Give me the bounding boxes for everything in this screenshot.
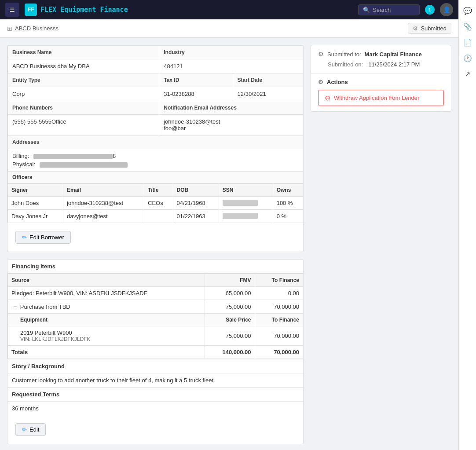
edit-button[interactable]: ✏ Edit: [15, 423, 46, 436]
top-nav: ☰ FF FLEX Equipment Finance 🔍 Search 1 👤: [0, 0, 458, 19]
history-icon: 🕐: [463, 54, 472, 62]
pencil-icon2: ✏: [22, 426, 27, 433]
story-section: Story / Background Customer looking to a…: [7, 359, 303, 387]
officer1-dob: 04/21/1968: [173, 197, 219, 210]
equipment-name: 2019 Peterbilt W900 VIN: LKLKJDFLKJDFKJL…: [8, 326, 205, 346]
col-tofinance: To Finance: [255, 274, 303, 287]
email2: foo@bar: [164, 125, 298, 132]
financing-card: Financing Items Source FMV To Finance: [7, 259, 304, 444]
col-fmv: FMV: [205, 274, 255, 287]
submitted-on-value: 11/25/2024 2:17 PM: [368, 61, 420, 68]
officers-table: Signer Email Title DOB SSN Owns John Doe…: [7, 183, 303, 223]
submitted-info: ⚙ Submitted to: Mark Capital Finance Sub…: [311, 45, 451, 73]
entity-type-label: Entity Type: [8, 73, 159, 87]
chat-icon-button[interactable]: 💬: [461, 4, 475, 18]
sub-col-equipment: Equipment: [8, 314, 205, 326]
edit-borrower-section: ✏ Edit Borrower: [7, 223, 303, 252]
col-title: Title: [144, 184, 173, 197]
officer1-owns: 100 %: [273, 197, 303, 210]
officer2-owns: 0 %: [273, 210, 303, 223]
officer1-email: johndoe-310238@test: [63, 197, 144, 210]
submitted-on-label: Submitted on:: [328, 61, 363, 68]
total-to-finance: 70,000.00: [255, 346, 303, 359]
email-values: johndoe-310238@test foo@bar: [159, 115, 303, 135]
financing-section-header: Financing Items: [7, 260, 303, 274]
start-date-label: Start Date: [233, 73, 303, 87]
file-icon-button[interactable]: 📄: [461, 35, 475, 49]
equipment-to-finance: 70,000.00: [255, 326, 303, 346]
col-ssn: SSN: [219, 184, 273, 197]
sub-row-equipment: 2019 Peterbilt W900 VIN: LKLKJDFLKJDFKJL…: [8, 326, 303, 346]
physical-address: [40, 161, 128, 168]
pencil-icon: ✏: [22, 234, 27, 241]
address-values: Billing: 8 Physical:: [8, 149, 303, 172]
totals-row: Totals 140,000.00 70,000.00: [8, 346, 303, 359]
brand-name: FLEX Equipment Finance: [40, 6, 128, 14]
status-label: Submitted: [421, 25, 447, 32]
file-icon: 📄: [463, 38, 472, 47]
financing-row-2: − Purchase from TBD 75,000.00 70,000.00: [8, 300, 303, 314]
col-source: Source: [8, 274, 205, 287]
officer2-dob: 01/22/1963: [173, 210, 219, 223]
officer1-title: CEOs: [144, 197, 173, 210]
requested-terms-section: Requested Terms 36 months: [7, 387, 303, 415]
billing-label: Billing:: [12, 153, 29, 159]
collapse-row-button[interactable]: −: [11, 303, 18, 310]
notification-badge[interactable]: 1: [425, 5, 435, 15]
billing-address: 8: [33, 153, 116, 159]
col-dob: DOB: [173, 184, 219, 197]
status-badge: ⚙ Submitted: [408, 23, 451, 34]
equipment-sale-price: 75,000.00: [205, 326, 255, 346]
start-date-value: 12/30/2021: [233, 87, 303, 101]
officer2-ssn: [219, 210, 273, 223]
attachment-icon-button[interactable]: 📎: [461, 19, 475, 33]
share-icon: ↗: [465, 70, 470, 78]
pledged-source: Pledged: Peterbilt W900, VIN: ASDFKLJSDF…: [8, 287, 205, 300]
financing-row-1: Pledged: Peterbilt W900, VIN: ASDFKLJSDF…: [8, 287, 303, 300]
withdraw-button[interactable]: ⊖ Withdraw Application from Lender: [318, 90, 444, 106]
settings-icon: ⚙: [413, 25, 418, 32]
totals-label: Totals: [8, 346, 205, 359]
breadcrumb-icon: ⊞: [7, 25, 12, 32]
financing-table: Source FMV To Finance Pledged: Peterbilt…: [7, 274, 303, 359]
minus-circle-icon: ⊖: [325, 94, 330, 102]
submitted-to-value: Mark Capital Finance: [365, 51, 422, 58]
left-column: Business Name Industry ABCD Businesss db…: [7, 45, 304, 444]
officer-row-2: Davy Jones Jr davyjones@test 01/22/1963 …: [8, 210, 303, 223]
sub-col-sale-price: Sale Price: [205, 314, 255, 326]
avatar-icon: 👤: [443, 6, 450, 13]
right-panel: ⚙ Submitted to: Mark Capital Finance Sub…: [311, 45, 451, 112]
industry-value: 484121: [159, 59, 303, 73]
officer-row-1: John Does johndoe-310238@test CEOs 04/21…: [8, 197, 303, 210]
col-email: Email: [63, 184, 144, 197]
officers-section-header: Officers: [7, 172, 303, 183]
search-label: Search: [373, 7, 391, 13]
story-header: Story / Background: [7, 359, 303, 373]
share-icon-button[interactable]: ↗: [461, 67, 475, 81]
edit-borrower-button[interactable]: ✏ Edit Borrower: [15, 231, 71, 244]
col-signer: Signer: [8, 184, 63, 197]
officers-label: Officers: [12, 174, 32, 180]
actions-panel: ⚙ Actions ⊖ Withdraw Application from Le…: [311, 73, 451, 111]
actions-header: ⚙ Actions: [318, 79, 444, 85]
addresses-label: Addresses: [8, 135, 303, 149]
submitted-date-row: Submitted on: 11/25/2024 2:17 PM: [318, 61, 444, 68]
search-box[interactable]: 🔍 Search: [358, 4, 420, 15]
withdraw-label: Withdraw Application from Lender: [334, 95, 419, 101]
tax-id-label: Tax ID: [159, 73, 233, 87]
purchase-source: − Purchase from TBD: [8, 300, 205, 314]
submitted-to-row: ⚙ Submitted to: Mark Capital Finance: [318, 51, 444, 58]
breadcrumb-business[interactable]: ABCD Businesss: [15, 25, 59, 32]
history-icon-button[interactable]: 🕐: [461, 51, 475, 65]
search-icon: 🔍: [363, 7, 370, 13]
purchase-tofinance: 70,000.00: [255, 300, 303, 314]
sub-col-to-finance: To Finance: [255, 314, 303, 326]
phone-value: (555) 555-5555Office: [8, 115, 159, 135]
financing-label: Financing Items: [12, 263, 55, 270]
entity-type-value: Corp: [8, 87, 159, 101]
business-info-table: Business Name Industry ABCD Businesss db…: [7, 45, 303, 172]
user-avatar[interactable]: 👤: [440, 3, 453, 16]
business-name-label: Business Name: [8, 46, 159, 59]
menu-toggle-button[interactable]: ☰: [5, 3, 19, 17]
requested-terms-value: 36 months: [7, 402, 303, 415]
